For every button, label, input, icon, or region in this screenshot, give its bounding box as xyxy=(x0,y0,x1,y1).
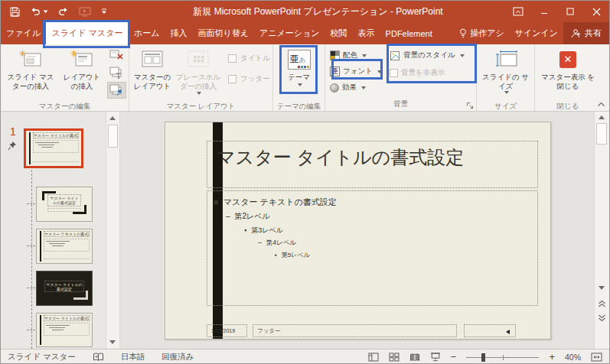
tab-slide-master[interactable]: スライド マスター xyxy=(46,22,129,44)
minimize-icon[interactable] xyxy=(531,1,557,22)
collapse-ribbon-icon[interactable] xyxy=(597,102,605,107)
colors-button[interactable]: 配色 xyxy=(328,47,381,63)
tree-stub xyxy=(27,203,35,204)
rename-slide-icon[interactable] xyxy=(107,64,126,81)
thumb-footer xyxy=(33,161,79,164)
tab-review[interactable]: 校閲 xyxy=(325,22,353,44)
insert-placeholder-button: プレースホルダーの挿入 xyxy=(173,46,223,101)
tab-transitions[interactable]: 画面切り替え xyxy=(193,22,255,44)
thumbnail-section-header-layout[interactable]: マスター タイトルの書式設定 xyxy=(36,271,93,306)
vertical-scrollbar[interactable] xyxy=(594,112,609,349)
themes-button[interactable]: 亜あ テーマ xyxy=(276,46,322,101)
scroll-up-icon[interactable] xyxy=(109,116,116,120)
date-placeholder[interactable]: 1/25/2019 xyxy=(207,324,247,337)
themes-icon-char: 亜 xyxy=(290,54,299,64)
maximize-icon[interactable] xyxy=(557,1,583,22)
master-layout-button[interactable]: マスターのレイアウト xyxy=(132,46,173,101)
title-placeholder-text: マスター タイトルの書式設定 xyxy=(217,147,464,167)
share-button[interactable]: 共有 xyxy=(563,22,609,44)
thumb-body xyxy=(44,323,90,336)
slide-sparkle-icon xyxy=(19,49,42,70)
thumbnail-two-content-layout[interactable]: マスター タイトルの書式設定 xyxy=(36,313,93,347)
zoom-out-button[interactable]: − xyxy=(451,353,457,361)
start-slideshow-icon xyxy=(79,7,91,17)
insert-slide-master-button[interactable]: スライド マスターの挿入 xyxy=(3,46,58,101)
powerpoint-window: 新規 Microsoft PowerPoint プレゼンテーション - Powe… xyxy=(0,0,610,364)
delete-slide-icon[interactable] xyxy=(107,47,126,63)
scrollbar-thumb[interactable] xyxy=(596,123,607,145)
slideshow-view-icon[interactable] xyxy=(430,353,441,362)
title-placeholder[interactable]: マスター タイトルの書式設定 xyxy=(207,141,538,188)
title-checkbox-label: タイトル xyxy=(240,54,270,63)
undo-icon[interactable] xyxy=(30,7,48,16)
redo-icon[interactable] xyxy=(58,7,69,16)
preserve-master-icon[interactable] xyxy=(107,82,126,99)
ribbon-display-options-icon[interactable] xyxy=(505,1,531,22)
slide-master-editing-surface[interactable]: マスター タイトルの書式設定 ■マスター テキストの書式設定 –第2レベル ▪第… xyxy=(165,122,551,340)
slide-number-placeholder[interactable] xyxy=(464,324,516,337)
pushpin-icon xyxy=(8,141,17,151)
scrollbar-thumb[interactable] xyxy=(108,125,118,148)
close-icon[interactable] xyxy=(583,1,609,22)
reading-view-icon[interactable] xyxy=(409,353,420,362)
language-status[interactable]: 日本語 xyxy=(121,352,145,362)
insert-placeholder-label: プレースホルダーの挿入 xyxy=(175,73,222,90)
lightbulb-icon xyxy=(459,28,467,38)
dropdown-caret xyxy=(504,91,509,94)
scroll-down-icon[interactable] xyxy=(599,286,605,290)
tab-home[interactable]: ホーム xyxy=(129,22,165,44)
next-slide-icon[interactable] xyxy=(598,314,606,322)
thumbnail-title-layout[interactable]: マスター タイトルの書式設定 xyxy=(36,187,93,222)
scroll-down-icon[interactable] xyxy=(109,340,116,344)
fit-to-window-icon[interactable] xyxy=(591,353,602,362)
tell-me-box[interactable]: 操作アシ xyxy=(454,22,510,44)
sign-in-button[interactable]: サインイン xyxy=(510,22,563,44)
zoom-level[interactable]: 40% xyxy=(565,353,581,362)
view-status: スライド マスター xyxy=(8,352,76,362)
slide-size-button[interactable]: スライドの サイズ xyxy=(481,46,531,101)
previous-slide-icon[interactable] xyxy=(598,300,606,308)
title-bar: 新規 Microsoft PowerPoint プレゼンテーション - Powe… xyxy=(1,1,609,22)
thumbnail-slide-master-selected[interactable]: マスター タイトルの書式設定 xyxy=(24,128,83,168)
tab-view[interactable]: 表示 xyxy=(353,22,380,44)
dialog-launcher-icon[interactable] xyxy=(466,102,474,109)
thumb-title: マスター タイトルの書式設定 xyxy=(44,315,90,321)
master-layout-label: マスターのレイアウト xyxy=(133,73,171,90)
fonts-icon: 亜 xyxy=(330,67,340,76)
body-placeholder[interactable]: ■マスター テキストの書式設定 –第2レベル ▪第3レベル –第4レベル ▪第5… xyxy=(207,190,538,306)
thumbnail-scrollbar[interactable] xyxy=(106,112,120,349)
dropdown-caret xyxy=(362,54,367,57)
ribbon: スライド マスターの挿入 レイアウトの挿入 xyxy=(1,44,609,112)
proofing-icon[interactable] xyxy=(93,353,104,362)
tab-file[interactable]: ファイル xyxy=(1,22,46,44)
checkbox-icon xyxy=(228,75,236,83)
close-master-view-button[interactable]: ✕ マスター表示 を閉じる xyxy=(539,46,597,101)
slide-sorter-view-icon[interactable] xyxy=(389,353,400,362)
zoom-slider[interactable] xyxy=(466,357,539,358)
effects-button[interactable]: 効果 xyxy=(328,80,381,96)
effects-label: 効果 xyxy=(342,83,357,93)
save-icon[interactable] xyxy=(10,7,20,17)
tab-pdfelement[interactable]: PDFelement xyxy=(380,22,438,44)
zoom-in-button[interactable]: + xyxy=(549,353,555,361)
tab-animations[interactable]: アニメーション xyxy=(254,22,325,44)
tab-insert[interactable]: 挿入 xyxy=(165,22,193,44)
window-controls xyxy=(505,1,609,22)
scroll-up-icon[interactable] xyxy=(599,115,605,119)
main-area: 1 マスター タイトルの書式設定 マスター タイトルの書式設定 マスタ xyxy=(1,112,609,349)
ribbon-tab-bar: ファイル スライド マスター ホーム 挿入 画面切り替え アニメーション 校閲 … xyxy=(1,22,609,44)
dropdown-caret xyxy=(377,70,382,73)
insert-layout-button[interactable]: レイアウトの挿入 xyxy=(58,46,106,101)
background-styles-button[interactable]: 背景のスタイル xyxy=(387,47,467,63)
footer-checkbox: フッター xyxy=(228,74,270,84)
thumbnail-content-layout[interactable]: マスター テキストの書式設定 xyxy=(36,229,93,264)
bullet-level-2: 第2レベル xyxy=(235,211,270,222)
footer-placeholder[interactable]: フッター xyxy=(253,324,457,337)
fonts-button[interactable]: 亜 フォント xyxy=(328,63,381,80)
zoom-slider-thumb[interactable] xyxy=(481,353,485,362)
tree-stub xyxy=(27,245,35,246)
dropdown-caret xyxy=(361,86,366,89)
normal-view-icon[interactable] xyxy=(368,353,379,362)
customize-qat-icon[interactable] xyxy=(101,8,107,15)
tell-me-label: 操作アシ xyxy=(470,28,504,39)
